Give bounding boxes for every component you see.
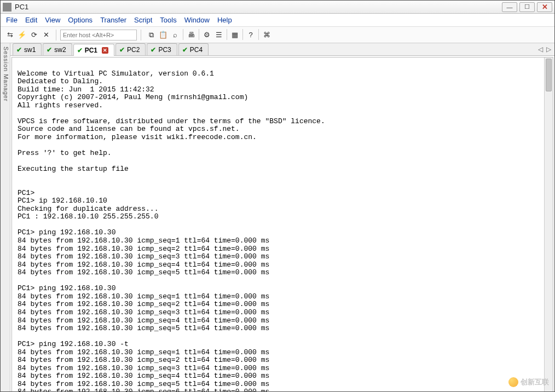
titlebar: PC1 — ☐ ✕ [1,1,554,14]
watermark-icon [508,377,518,387]
session-tabbar: ✔sw1✔sw2✔PC1✕✔PC2✔PC3✔PC4 ◁ ▷ [10,43,554,56]
connected-icon: ✔ [16,46,22,54]
close-button[interactable]: ✕ [537,2,552,12]
toolbar-separator [183,29,183,40]
host-input[interactable] [60,30,137,41]
tab-sw2[interactable]: ✔sw2 [43,43,72,55]
maximize-button[interactable]: ☐ [519,2,535,12]
tile-icon[interactable]: ▦ [229,29,241,41]
paste-icon[interactable]: 📋 [157,29,169,41]
toolbar-separator [242,29,243,40]
toolbar-separator [141,30,141,41]
connected-icon: ✔ [77,47,83,54]
window-title: PC1 [15,3,28,11]
toolbar-separator [258,29,259,40]
connected-icon: ✔ [47,46,52,54]
minimize-button[interactable]: — [502,2,517,12]
find-icon[interactable]: ⌕ [169,29,181,41]
watermark: 创新互联 [508,377,549,387]
tab-sw1[interactable]: ✔sw1 [13,43,42,55]
tab-label: PC4 [190,46,203,54]
menu-view[interactable]: View [45,16,60,24]
print-icon[interactable]: 🖶 [185,29,197,41]
connected-icon: ✔ [119,46,125,54]
quick-connect-icon[interactable]: ⚡ [16,29,28,41]
script-icon[interactable]: ⌘ [261,29,273,41]
app-icon [3,3,11,11]
menu-options[interactable]: Options [68,16,92,24]
vertical-scrollbar[interactable] [544,57,553,392]
session-manager-tab[interactable]: Session Manager [1,43,10,391]
menu-window[interactable]: Window [184,16,210,24]
tab-label: sw2 [54,46,66,54]
tab-next-icon[interactable]: ▷ [546,45,551,53]
menu-tools[interactable]: Tools [160,16,176,24]
tab-pc2[interactable]: ✔PC2 [115,43,146,55]
tab-nav: ◁ ▷ [538,45,551,53]
connected-icon: ✔ [151,46,156,54]
disconnect-icon[interactable]: ✕ [40,29,52,41]
menubar: File Edit View Options Transfer Script T… [1,14,554,27]
tab-prev-icon[interactable]: ◁ [538,45,543,53]
tab-label: PC1 [85,47,97,54]
connected-icon: ✔ [182,46,188,54]
menu-transfer[interactable]: Transfer [100,16,126,24]
toolbar: ⇆⚡⟳✕ ⧉📋⌕🖶⚙☰▦?⌘ [1,27,554,43]
tab-close-icon[interactable]: ✕ [102,47,108,54]
menu-file[interactable]: File [6,16,18,24]
tab-label: sw1 [24,46,36,54]
toolbar-separator [56,30,56,41]
tab-label: PC3 [158,46,171,54]
copy-icon[interactable]: ⧉ [145,29,157,41]
terminal-pane: Welcome to Virtual PC Simulator, version… [11,57,553,392]
terminal-output[interactable]: Welcome to Virtual PC Simulator, version… [12,57,544,392]
tab-label: PC2 [127,46,140,54]
tab-pc4[interactable]: ✔PC4 [178,43,209,55]
reconnect-icon[interactable]: ⟳ [28,29,40,41]
help-icon[interactable]: ? [245,29,257,41]
tab-pc3[interactable]: ✔PC3 [147,43,177,55]
scrollbar-thumb[interactable] [546,59,552,91]
toolbar-separator [227,29,227,40]
connect-icon[interactable]: ⇆ [4,29,16,41]
menu-edit[interactable]: Edit [25,16,37,24]
watermark-text: 创新互联 [521,377,549,387]
toolbar-separator [199,29,199,40]
window-buttons: — ☐ ✕ [502,2,552,12]
menu-help[interactable]: Help [217,16,232,24]
menu-script[interactable]: Script [134,16,152,24]
tab-pc1[interactable]: ✔PC1✕ [73,44,114,56]
session-options-icon[interactable]: ☰ [213,29,225,41]
options-icon[interactable]: ⚙ [201,29,213,41]
